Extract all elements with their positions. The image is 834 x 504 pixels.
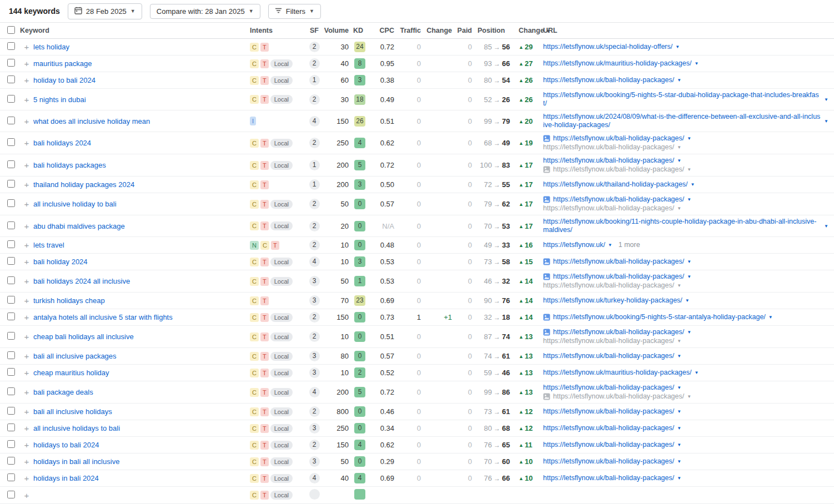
row-checkbox[interactable] <box>7 296 15 304</box>
url-link[interactable]: https://letsflynow.uk/booking/11-nights-… <box>543 218 821 234</box>
url-link[interactable]: https://letsflynow.uk/bali-holiday-packa… <box>553 165 684 174</box>
select-all-checkbox[interactable] <box>7 26 15 34</box>
expand-plus-icon[interactable]: + <box>20 313 33 322</box>
url-link[interactable]: https://letsflynow.uk/bali-holiday-packa… <box>543 441 674 449</box>
expand-plus-icon[interactable]: + <box>20 457 33 466</box>
url-link[interactable]: https://letsflynow.uk/booking/5-nights-5… <box>543 91 821 108</box>
row-checkbox[interactable] <box>7 440 15 448</box>
row-checkbox[interactable] <box>7 332 15 340</box>
url-dropdown-icon[interactable]: ▼ <box>687 165 691 174</box>
url-dropdown-icon[interactable]: ▼ <box>677 281 681 290</box>
column-header-paid[interactable]: Paid <box>452 27 472 34</box>
keyword-link[interactable]: bali all inclusive packages <box>33 352 117 360</box>
keyword-link[interactable]: cheap mauritius holiday <box>33 369 109 377</box>
url-link[interactable]: https://letsflynow.uk/2024/08/09/what-is… <box>543 113 821 129</box>
row-checkbox[interactable] <box>7 42 15 50</box>
expand-plus-icon[interactable]: + <box>20 160 33 170</box>
filters-button[interactable]: Filters ▼ <box>268 4 321 19</box>
expand-plus-icon[interactable]: + <box>20 368 33 377</box>
row-checkbox[interactable] <box>7 160 15 168</box>
url-dropdown-icon[interactable]: ▼ <box>687 134 691 143</box>
keyword-link[interactable]: abu dhabi maldives package <box>33 222 125 230</box>
url-dropdown-icon[interactable]: ▼ <box>695 59 699 68</box>
url-dropdown-icon[interactable]: ▼ <box>677 204 681 213</box>
date-picker-button[interactable]: 28 Feb 2025 ▼ <box>68 3 142 19</box>
keyword-link[interactable]: turkish holidays cheap <box>33 296 105 305</box>
url-link[interactable]: https://letsflynow.uk/bali-holiday-packa… <box>543 352 674 360</box>
url-link[interactable]: https://letsflynow.uk/bali-holiday-packa… <box>543 157 674 165</box>
url-dropdown-icon[interactable]: ▼ <box>677 337 681 345</box>
url-link[interactable]: https://letsflynow.uk/bali-holiday-packa… <box>553 273 684 281</box>
keyword-link[interactable]: bali holidays packages <box>33 161 106 169</box>
url-link[interactable]: https://letsflynow.uk/special-holiday-of… <box>543 43 672 51</box>
expand-plus-icon[interactable]: + <box>20 332 33 341</box>
expand-plus-icon[interactable]: + <box>20 95 33 104</box>
expand-plus-icon[interactable]: + <box>20 296 33 305</box>
expand-plus-icon[interactable]: + <box>20 351 33 361</box>
column-header-kd[interactable]: KD <box>349 27 371 34</box>
url-link[interactable]: https://letsflynow.uk/bali-holiday-packa… <box>543 474 674 482</box>
expand-plus-icon[interactable]: + <box>20 221 33 231</box>
url-dropdown-icon[interactable]: ▼ <box>824 222 828 230</box>
expand-plus-icon[interactable]: + <box>20 276 33 286</box>
url-dropdown-icon[interactable]: ▼ <box>677 474 681 482</box>
column-header-cpc[interactable]: CPC <box>371 27 394 34</box>
row-checkbox[interactable] <box>7 199 15 207</box>
row-checkbox[interactable] <box>7 257 15 265</box>
row-checkbox[interactable] <box>7 240 15 248</box>
keyword-link[interactable]: thailand holiday packages 2024 <box>33 180 134 189</box>
url-link[interactable]: https://letsflynow.uk/bali-holiday-packa… <box>553 134 684 143</box>
row-checkbox[interactable] <box>7 95 15 103</box>
row-checkbox[interactable] <box>7 424 15 431</box>
keyword-link[interactable]: bali holidays 2024 <box>33 139 91 147</box>
row-checkbox[interactable] <box>7 75 15 83</box>
column-header-position[interactable]: Position <box>472 27 512 34</box>
url-dropdown-icon[interactable]: ▼ <box>691 180 695 189</box>
expand-plus-icon[interactable]: + <box>20 180 33 189</box>
row-checkbox[interactable] <box>7 368 15 376</box>
url-dropdown-icon[interactable]: ▼ <box>687 392 691 401</box>
keyword-link[interactable]: holidays in bali 2024 <box>33 474 99 482</box>
column-header-volume[interactable]: Volume <box>322 27 349 34</box>
keyword-link[interactable]: bali holiday 2024 <box>33 258 88 266</box>
keyword-link[interactable]: holidays in bali all inclusive <box>33 457 119 466</box>
url-dropdown-icon[interactable]: ▼ <box>824 117 828 125</box>
column-header-intents[interactable]: Intents <box>250 27 307 34</box>
url-dropdown-icon[interactable]: ▼ <box>677 457 681 466</box>
keyword-link[interactable]: bali package deals <box>33 388 93 396</box>
column-header-keyword[interactable]: Keyword <box>20 27 250 34</box>
column-header-position-change[interactable]: Change▼ <box>512 27 543 34</box>
row-checkbox[interactable] <box>7 138 15 146</box>
keyword-link[interactable]: holiday to bali 2024 <box>33 76 96 84</box>
url-dropdown-icon[interactable]: ▼ <box>677 407 681 416</box>
url-dropdown-icon[interactable]: ▼ <box>687 258 691 266</box>
keyword-link[interactable]: bali holidays 2024 all inclusive <box>33 277 130 285</box>
row-checkbox[interactable] <box>7 407 15 415</box>
column-header-url[interactable]: URL <box>543 27 834 34</box>
row-checkbox[interactable] <box>7 351 15 359</box>
url-link[interactable]: https://letsflynow.uk/bali-holiday-packa… <box>543 204 674 213</box>
expand-plus-icon[interactable]: + <box>20 407 33 416</box>
expand-plus-icon[interactable]: + <box>20 473 33 483</box>
keyword-link[interactable]: mauritius package <box>33 59 92 68</box>
url-link[interactable]: https://letsflynow.uk/bali-holiday-packa… <box>543 457 674 466</box>
row-checkbox[interactable] <box>7 313 15 320</box>
url-link[interactable]: https://letsflynow.uk/bali-holiday-packa… <box>543 76 674 84</box>
url-dropdown-icon[interactable]: ▼ <box>677 424 681 432</box>
keyword-link[interactable]: 5 nights in dubai <box>33 95 86 104</box>
keyword-link[interactable]: lets travel <box>33 241 64 249</box>
row-checkbox[interactable] <box>7 117 15 124</box>
url-link[interactable]: https://letsflynow.uk/mauritius-holiday-… <box>543 59 692 68</box>
url-link[interactable]: https://letsflynow.uk/ <box>543 241 605 249</box>
url-dropdown-icon[interactable]: ▼ <box>768 313 773 321</box>
url-dropdown-icon[interactable]: ▼ <box>687 273 691 281</box>
keyword-link[interactable]: bali all inclusive holidays <box>33 407 112 416</box>
more-urls-label[interactable]: 1 more <box>615 241 640 249</box>
url-dropdown-icon[interactable]: ▼ <box>824 95 828 104</box>
url-dropdown-icon[interactable]: ▼ <box>685 296 690 305</box>
url-link[interactable]: https://letsflynow.uk/bali-holiday-packa… <box>553 258 684 266</box>
row-checkbox[interactable] <box>7 457 15 465</box>
row-checkbox[interactable] <box>7 276 15 284</box>
expand-plus-icon[interactable]: + <box>20 75 33 85</box>
url-dropdown-icon[interactable]: ▼ <box>677 441 681 449</box>
